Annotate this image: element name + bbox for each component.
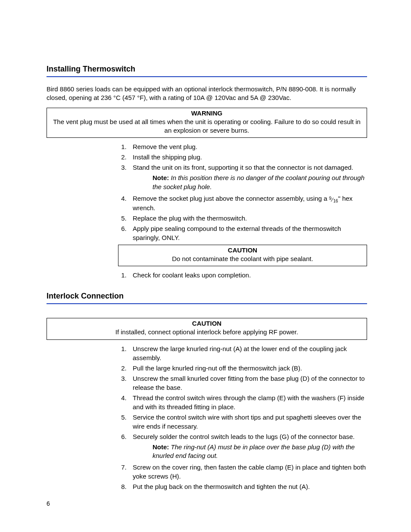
intro-paragraph: Bird 8860 series loads can be equipped w… [47,85,367,103]
step-item: Install the shipping plug. [130,152,367,162]
note: Note: The ring-nut (A) must be in place … [153,443,367,460]
step-item: Thread the control switch wires through … [130,393,367,411]
steps-list-2a: Unscrew the large knurled ring-nut (A) a… [47,344,367,460]
step-item: Securely solder the control switch leads… [130,432,367,460]
heading-installing-thermoswitch: Installing Thermoswitch [47,65,367,77]
steps-list-1b: Remove the socket plug just above the co… [47,194,367,242]
step-item: Unscrew the large knurled ring-nut (A) a… [130,344,367,362]
steps-list-2b: Screw on the cover ring, then fasten the… [47,463,367,491]
step-item: Remove the socket plug just above the co… [130,194,367,212]
page-number: 6 [47,500,50,507]
step-item: Put the plug back on the thermoswitch an… [130,482,367,491]
step-item: Screw on the cover ring, then fasten the… [130,463,367,481]
note-label: Note: [153,174,169,181]
step-item: Replace the plug with the thermoswitch. [130,214,367,223]
heading-interlock-connection: Interlock Connection [47,292,367,304]
caution-body: Do not contaminate the coolant with pipe… [172,255,313,262]
caution-title: CAUTION [123,246,362,255]
step-item: Check for coolant leaks upon completion. [130,271,367,280]
note: Note: In this position there is no dange… [153,174,367,191]
step-item: Remove the vent plug. [130,142,367,151]
step-item: Unscrew the small knurled cover fitting … [130,374,367,392]
steps-list-1c: Check for coolant leaks upon completion. [47,271,367,280]
page: Installing Thermoswitch Bird 8860 series… [0,0,411,532]
steps-list-1a: Remove the vent plug. Install the shippi… [47,142,367,191]
warning-box: WARNING The vent plug must be used at al… [47,108,367,138]
step-item: Stand the unit on its front, supporting … [130,163,367,191]
caution-box: CAUTION Do not contaminate the coolant w… [118,245,367,267]
caution-title: CAUTION [51,319,362,328]
note-label: Note: [153,443,169,451]
caution-box-2: CAUTION If installed, connect optional i… [47,318,367,340]
caution-body: If installed, connect optional interlock… [115,328,298,336]
step-item: Pull the large knurled ring-nut off the … [130,364,367,373]
step-item: Apply pipe sealing compound to the exter… [130,224,367,242]
fraction-9-16: 9⁄16 [329,196,338,203]
warning-body: The vent plug must be used at all times … [53,118,361,134]
warning-title: WARNING [51,109,362,118]
step-item: Service the control switch wire with sho… [130,413,367,431]
